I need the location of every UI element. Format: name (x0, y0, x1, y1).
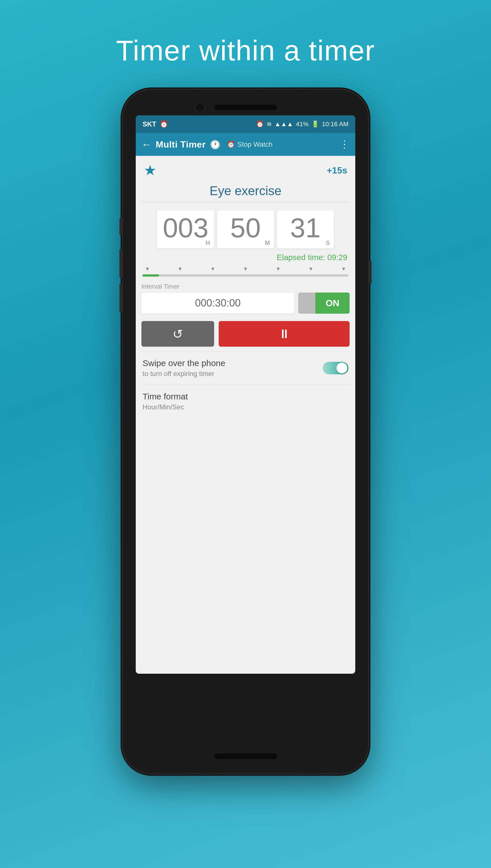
elapsed-time: Elapsed time: 09:29 (136, 251, 355, 265)
slider-fill (143, 274, 159, 277)
format-setting-row: Time format Hour/Min/Sec (136, 385, 355, 418)
swipe-text-group: Swipe over the phone to turn off expirin… (143, 359, 225, 378)
swipe-setting-title: Swipe over the phone (143, 359, 225, 368)
plus15s-button[interactable]: +15s (327, 165, 347, 176)
stopwatch-label: Stop Watch (237, 141, 272, 148)
back-button[interactable]: ← (141, 138, 152, 150)
minutes-value: 50 (217, 214, 274, 242)
more-menu-button[interactable]: ⋮ (339, 138, 350, 150)
hours-block: 003 H (157, 210, 214, 248)
app-bar: ← Multi Timer 🕐 ⏰ Stop Watch ⋮ (136, 133, 355, 156)
marker-2: ▼ (178, 266, 183, 272)
swipe-setting-subtitle: to turn off expiring timer (143, 370, 225, 378)
elapsed-value: 09:29 (327, 253, 347, 262)
slider-area: ▼ ▼ ▼ ▼ ▼ ▼ ▼ (136, 265, 355, 281)
marker-1: ▼ (145, 266, 150, 272)
wifi-icon: ≋ (267, 121, 272, 128)
toggle-knob (337, 363, 347, 373)
toggle-on-part[interactable]: ON (315, 292, 350, 314)
minutes-block: 50 M (217, 210, 274, 248)
app-title: Multi Timer (156, 139, 206, 150)
format-setting-title: Time format (143, 392, 188, 401)
reset-icon: ↺ (173, 327, 183, 341)
format-text-group: Time format Hour/Min/Sec (143, 392, 188, 411)
stopwatch-nav[interactable]: ⏰ Stop Watch (227, 141, 272, 148)
phone-shell: SKT ⏰ ⏰ ≋ ▲▲▲ 41% 🔋 10:16 AM ← Multi Tim… (123, 90, 368, 773)
hours-label: H (206, 239, 210, 247)
speaker-top (214, 104, 277, 110)
toggle-off-part (298, 292, 315, 314)
marker-6: ▼ (308, 266, 313, 272)
alarm-icon: ⏰ (256, 121, 264, 128)
app-content: ★ +15s Eye exercise 003 H 50 M 31 S (136, 156, 355, 674)
time-display: 003 H 50 M 31 S (136, 202, 355, 251)
elapsed-label: Elapsed time: (277, 253, 325, 262)
side-button-vol-up[interactable] (119, 218, 123, 235)
interval-row: 000:30:00 ON (141, 292, 350, 314)
marker-7: ▼ (341, 266, 346, 272)
interval-input[interactable]: 000:30:00 (141, 292, 294, 314)
carrier-label: SKT (143, 120, 156, 128)
hours-value: 003 (157, 214, 214, 242)
side-button-vol-down[interactable] (119, 249, 123, 278)
pause-button[interactable]: ⏸ (219, 321, 350, 347)
minutes-label: M (265, 239, 270, 247)
side-button-mute[interactable] (119, 283, 123, 312)
slider-track[interactable] (143, 274, 348, 277)
marker-3: ▼ (210, 266, 215, 272)
pause-icon: ⏸ (278, 327, 291, 341)
seconds-label: S (326, 239, 330, 247)
carrier-icon: ⏰ (160, 120, 168, 128)
interval-section: Interval Timer 000:30:00 ON (136, 281, 355, 317)
interval-toggle[interactable]: ON (298, 292, 350, 314)
timer-name: Eye exercise (141, 182, 350, 202)
signal-icon: ▲▲▲ (275, 121, 293, 128)
marker-5: ▼ (276, 266, 281, 272)
status-right: ⏰ ≋ ▲▲▲ 41% 🔋 10:16 AM (256, 121, 348, 128)
controls-row: ↺ ⏸ (136, 317, 355, 351)
status-left: SKT ⏰ (143, 120, 168, 128)
interval-label: Interval Timer (141, 283, 350, 290)
format-setting-subtitle: Hour/Min/Sec (143, 403, 188, 411)
seconds-value: 31 (277, 214, 334, 242)
battery-icon: 🔋 (311, 121, 319, 128)
swipe-toggle[interactable] (323, 362, 348, 374)
phone-screen: SKT ⏰ ⏰ ≋ ▲▲▲ 41% 🔋 10:16 AM ← Multi Tim… (136, 115, 355, 674)
stopwatch-icon: ⏰ (227, 141, 235, 148)
side-button-power[interactable] (368, 261, 372, 283)
top-row: ★ +15s (136, 156, 355, 182)
status-bar: SKT ⏰ ⏰ ≋ ▲▲▲ 41% 🔋 10:16 AM (136, 115, 355, 133)
app-clock-icon: 🕐 (210, 140, 221, 150)
front-camera (195, 102, 205, 113)
marker-4: ▼ (243, 266, 248, 272)
page-title: Timer within a timer (116, 34, 375, 67)
swipe-setting-row: Swipe over the phone to turn off expirin… (136, 351, 355, 384)
seconds-block: 31 S (277, 210, 334, 248)
slider-markers: ▼ ▼ ▼ ▼ ▼ ▼ ▼ (143, 266, 348, 272)
speaker-bottom (214, 753, 277, 759)
reset-button[interactable]: ↺ (141, 321, 214, 347)
time-label: 10:16 AM (322, 121, 348, 128)
favorite-icon[interactable]: ★ (144, 162, 156, 179)
battery-label: 41% (296, 121, 309, 128)
